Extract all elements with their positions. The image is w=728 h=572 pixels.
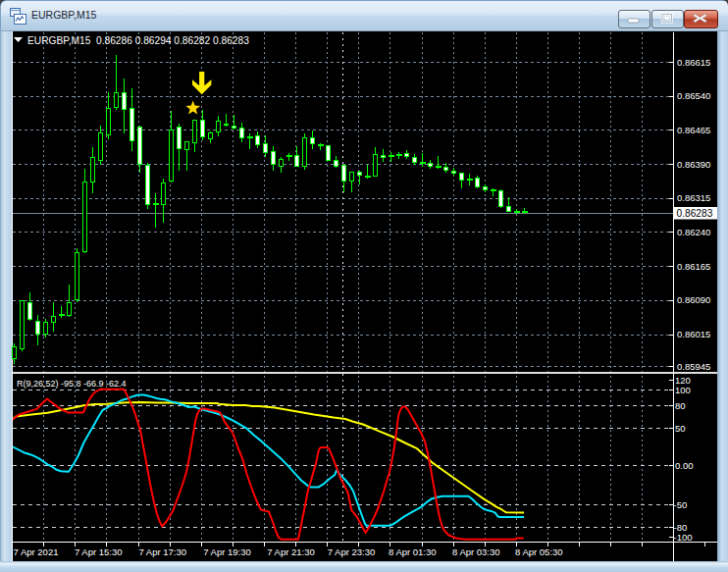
svg-text:0.86615: 0.86615 [677, 57, 710, 68]
svg-text:0.86240: 0.86240 [677, 227, 710, 237]
svg-text:100: 100 [675, 385, 691, 395]
svg-text:50: 50 [675, 423, 686, 434]
svg-text:8 Apr 05:30: 8 Apr 05:30 [515, 546, 563, 557]
svg-text:7 Apr 17:30: 7 Apr 17:30 [138, 546, 186, 557]
svg-text:R(9,26,52) -95.8 -66.9 -62.4: R(9,26,52) -95.8 -66.9 -62.4 [17, 379, 127, 389]
svg-text:0.86390: 0.86390 [677, 159, 710, 170]
svg-text:-50: -50 [674, 499, 688, 510]
svg-text:80: 80 [675, 400, 686, 411]
svg-text:0.00: 0.00 [675, 460, 694, 471]
svg-text:EURGBP,M15 0.86286 0.86294 0.: EURGBP,M15 0.86286 0.86294 0.86282 0.862… [27, 35, 249, 46]
svg-text:7 Apr 19:30: 7 Apr 19:30 [203, 546, 251, 557]
svg-text:0.86015: 0.86015 [677, 329, 710, 339]
svg-text:7 Apr 23:30: 7 Apr 23:30 [328, 546, 376, 557]
svg-text:0.85945: 0.85945 [677, 361, 710, 372]
svg-text:7 Apr 2021: 7 Apr 2021 [14, 546, 59, 557]
svg-text:7 Apr 15:30: 7 Apr 15:30 [75, 546, 123, 557]
svg-text:0.86540: 0.86540 [677, 90, 710, 101]
svg-text:0.86315: 0.86315 [677, 192, 710, 203]
svg-text:8 Apr 03:30: 8 Apr 03:30 [452, 546, 500, 557]
svg-text:-100: -100 [674, 532, 693, 543]
svg-text:8 Apr 01:30: 8 Apr 01:30 [389, 546, 437, 557]
svg-text:0.86283: 0.86283 [677, 208, 713, 219]
svg-text:7 Apr 21:30: 7 Apr 21:30 [267, 546, 315, 557]
svg-text:0.86165: 0.86165 [677, 261, 710, 272]
svg-text:0.86090: 0.86090 [677, 294, 710, 305]
svg-text:0.86465: 0.86465 [677, 125, 710, 135]
